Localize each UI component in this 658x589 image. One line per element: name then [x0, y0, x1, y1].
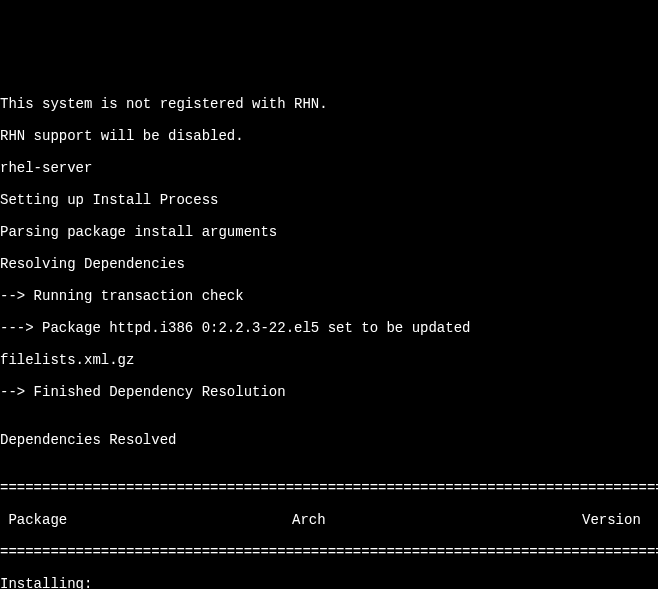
output-line: Resolving Dependencies — [0, 256, 658, 272]
output-line: This system is not registered with RHN. — [0, 96, 658, 112]
output-line: Setting up Install Process — [0, 192, 658, 208]
output-line: Parsing package install arguments — [0, 224, 658, 240]
output-line: --> Finished Dependency Resolution — [0, 384, 658, 400]
header-arch: Arch — [292, 512, 582, 528]
table-header: Package Arch Version — [0, 512, 658, 528]
output-line: --> Running transaction check — [0, 288, 658, 304]
installing-label: Installing: — [0, 576, 658, 589]
output-line: filelists.xml.gz — [0, 352, 658, 368]
terminal-output[interactable]: This system is not registered with RHN. … — [0, 80, 658, 589]
divider: ========================================… — [0, 544, 658, 560]
divider: ========================================… — [0, 480, 658, 496]
output-line: RHN support will be disabled. — [0, 128, 658, 144]
header-version: Version — [582, 512, 658, 528]
output-line: ---> Package httpd.i386 0:2.2.3-22.el5 s… — [0, 320, 658, 336]
header-package: Package — [0, 512, 292, 528]
output-line: rhel-server — [0, 160, 658, 176]
output-line: Dependencies Resolved — [0, 432, 658, 448]
